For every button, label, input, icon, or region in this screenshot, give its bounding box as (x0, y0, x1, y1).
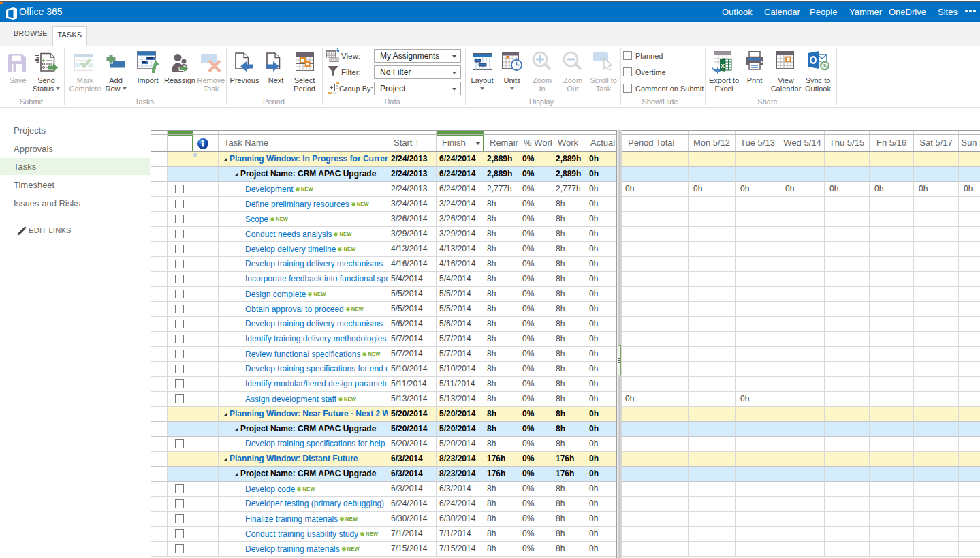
svg-text:X: X (721, 63, 725, 69)
